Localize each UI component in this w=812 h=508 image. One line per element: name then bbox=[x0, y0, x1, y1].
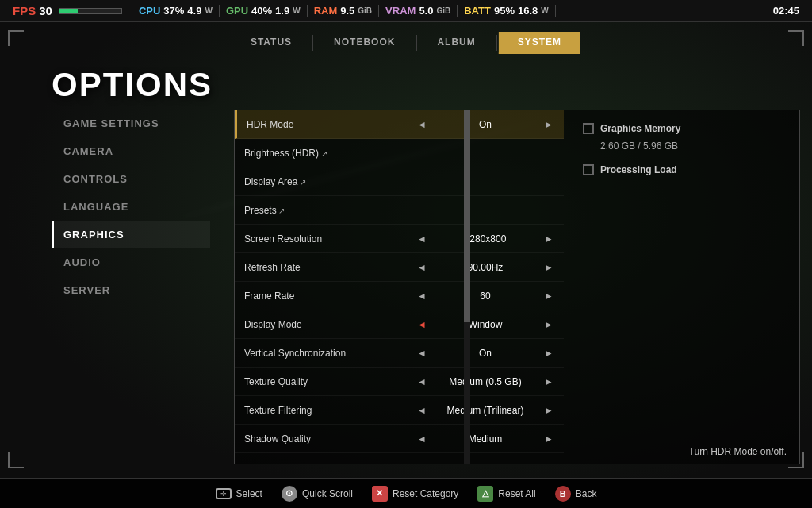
graphics-memory-section: Graphics Memory 2.60 GB / 5.96 GB bbox=[583, 123, 787, 152]
processing-load-label: Processing Load bbox=[600, 164, 677, 175]
ram-val: 9.5 bbox=[340, 5, 354, 17]
setting-name-display-area: Display Area bbox=[244, 176, 554, 187]
graphics-memory-checkbox[interactable] bbox=[583, 123, 594, 134]
back-button[interactable]: B Back bbox=[555, 486, 597, 502]
graphics-memory-row: Graphics Memory bbox=[583, 123, 787, 134]
setting-controls-screen-res: ◄ 1280x800 ► bbox=[416, 233, 554, 244]
setting-controls-texture-quality: ◄ Medium (0.5 GB) ► bbox=[416, 376, 554, 387]
back-icon: B bbox=[555, 486, 571, 502]
sidebar-item-server[interactable]: SERVER bbox=[52, 276, 210, 304]
time-display: 02:45 bbox=[773, 5, 799, 17]
quick-scroll-button[interactable]: ⊙ Quick Scroll bbox=[282, 486, 353, 502]
vram-unit: GiB bbox=[436, 6, 450, 15]
arrow-left-hdr-mode[interactable]: ◄ bbox=[416, 119, 427, 130]
arrow-right-screen-res[interactable]: ► bbox=[543, 233, 554, 244]
arrow-left-anti-aliasing: ◄ bbox=[416, 462, 427, 464]
setting-name-presets: Presets bbox=[244, 205, 554, 216]
tab-album[interactable]: ALBUM bbox=[418, 32, 494, 54]
setting-controls-vsync: ◄ On ► bbox=[416, 348, 554, 359]
fps-label: FPS bbox=[13, 4, 36, 17]
gpu-pct: 40% bbox=[251, 5, 272, 17]
setting-row-display-area[interactable]: Display Area bbox=[235, 167, 564, 196]
tab-divider-3 bbox=[496, 35, 497, 51]
setting-row-display-mode[interactable]: Display Mode ◄ Window ► bbox=[235, 310, 564, 339]
setting-row-texture-filtering[interactable]: Texture Filtering ◄ Medium (Trilinear) ► bbox=[235, 396, 564, 425]
arrow-right-anti-aliasing: ► bbox=[543, 462, 554, 464]
setting-row-hdr-mode[interactable]: HDR Mode ◄ On ► bbox=[235, 110, 564, 139]
setting-row-vsync[interactable]: Vertical Synchronization ◄ On ► bbox=[235, 339, 564, 368]
back-label: Back bbox=[576, 488, 597, 499]
batt-pct: 95% bbox=[494, 5, 515, 17]
gpu-watts: 1.9 bbox=[275, 5, 289, 17]
arrow-right-vsync[interactable]: ► bbox=[543, 348, 554, 359]
reset-category-button[interactable]: ✕ Reset Category bbox=[372, 486, 458, 502]
sidebar-item-graphics[interactable]: GRAPHICS bbox=[52, 221, 210, 248]
arrow-left-shadow-quality[interactable]: ◄ bbox=[416, 433, 427, 444]
hud-bar: FPS 30 CPU 37% 4.9W GPU 40% 1.9W RAM 9.5… bbox=[0, 0, 812, 22]
sidebar-item-controls[interactable]: CONTROLS bbox=[52, 165, 210, 193]
setting-row-anti-aliasing: Anti-aliasing ◄ TAA ► bbox=[235, 453, 564, 464]
arrow-right-frame-rate[interactable]: ► bbox=[543, 291, 554, 302]
vram-label: VRAM bbox=[385, 5, 416, 17]
tab-divider-2 bbox=[416, 35, 416, 51]
arrow-left-refresh-rate[interactable]: ◄ bbox=[416, 262, 427, 273]
setting-row-presets[interactable]: Presets bbox=[235, 196, 564, 225]
tab-status[interactable]: STATUS bbox=[232, 32, 311, 54]
setting-row-shadow-quality[interactable]: Shadow Quality ◄ Medium ► bbox=[235, 425, 564, 453]
hud-fps: FPS 30 bbox=[6, 4, 132, 17]
fps-bar-fill bbox=[59, 9, 78, 13]
scroll-thumb[interactable] bbox=[464, 110, 470, 322]
setting-row-brightness[interactable]: Brightness (HDR) bbox=[235, 139, 564, 167]
arrow-right-texture-quality[interactable]: ► bbox=[543, 376, 554, 387]
arrow-right-refresh-rate[interactable]: ► bbox=[543, 262, 554, 273]
quick-scroll-label: Quick Scroll bbox=[302, 488, 353, 499]
right-panel: Graphics Memory 2.60 GB / 5.96 GB Proces… bbox=[570, 110, 799, 464]
arrow-right-texture-filtering[interactable]: ► bbox=[543, 405, 554, 416]
setting-row-frame-rate[interactable]: Frame Rate ◄ 60 ► bbox=[235, 282, 564, 310]
sidebar-item-game-settings[interactable]: GAME SETTINGS bbox=[52, 110, 210, 137]
hud-cpu-section: CPU 37% 4.9W bbox=[132, 5, 220, 17]
arrow-left-screen-res[interactable]: ◄ bbox=[416, 233, 427, 244]
sidebar-item-camera[interactable]: CAMERA bbox=[52, 137, 210, 165]
setting-controls-texture-filtering: ◄ Medium (Trilinear) ► bbox=[416, 405, 554, 416]
tab-system[interactable]: SYSTEM bbox=[499, 32, 580, 54]
setting-row-refresh-rate[interactable]: Refresh Rate ◄ 90.00Hz ► bbox=[235, 253, 564, 282]
fps-bar bbox=[59, 8, 122, 14]
processing-load-checkbox[interactable] bbox=[583, 164, 594, 175]
arrow-left-frame-rate[interactable]: ◄ bbox=[416, 291, 427, 302]
tab-notebook[interactable]: NOTEBOOK bbox=[315, 32, 414, 54]
arrow-right-display-mode[interactable]: ► bbox=[543, 319, 554, 330]
arrow-left-texture-filtering[interactable]: ◄ bbox=[416, 405, 427, 416]
sidebar-item-audio[interactable]: AUDIO bbox=[52, 248, 210, 276]
ram-label: RAM bbox=[314, 5, 338, 17]
hint-text: Turn HDR Mode on/off. bbox=[689, 446, 787, 457]
sidebar-item-language[interactable]: LANGUAGE bbox=[52, 193, 210, 221]
reset-category-label: Reset Category bbox=[393, 488, 458, 499]
arrow-right-hdr-mode[interactable]: ► bbox=[543, 119, 554, 130]
tab-divider-1 bbox=[312, 35, 313, 51]
scrollbar[interactable] bbox=[464, 110, 470, 464]
arrow-left-display-mode[interactable]: ◄ bbox=[416, 319, 427, 330]
setting-name-frame-rate: Frame Rate bbox=[244, 291, 416, 302]
processing-load-section: Processing Load bbox=[583, 164, 787, 175]
arrow-right-shadow-quality[interactable]: ► bbox=[543, 433, 554, 444]
ram-unit: GiB bbox=[358, 6, 372, 15]
page-title: OPTIONS bbox=[52, 66, 213, 104]
setting-row-screen-res[interactable]: Screen Resolution ◄ 1280x800 ► bbox=[235, 225, 564, 253]
select-button[interactable]: ✛ Select bbox=[216, 488, 262, 499]
arrow-left-vsync[interactable]: ◄ bbox=[416, 348, 427, 359]
reset-all-button[interactable]: △ Reset All bbox=[477, 486, 535, 502]
arrow-left-texture-quality[interactable]: ◄ bbox=[416, 376, 427, 387]
cpu-label: CPU bbox=[139, 5, 160, 17]
settings-panel: HDR Mode ◄ On ► Brightness (HDR) Display… bbox=[234, 110, 800, 464]
settings-list: HDR Mode ◄ On ► Brightness (HDR) Display… bbox=[235, 110, 564, 464]
setting-value-display-mode: Window bbox=[434, 319, 537, 330]
cpu-watts: 4.9 bbox=[187, 5, 201, 17]
setting-name-anti-aliasing: Anti-aliasing bbox=[244, 462, 416, 464]
setting-value-frame-rate: 60 bbox=[434, 291, 537, 302]
setting-row-texture-quality[interactable]: Texture Quality ◄ Medium (0.5 GB) ► bbox=[235, 368, 564, 396]
setting-name-vsync: Vertical Synchronization bbox=[244, 348, 416, 359]
setting-value-hdr-mode: On bbox=[434, 119, 537, 130]
setting-value-texture-quality: Medium (0.5 GB) bbox=[434, 376, 537, 387]
bottom-bar: ✛ Select ⊙ Quick Scroll ✕ Reset Category… bbox=[0, 478, 812, 508]
